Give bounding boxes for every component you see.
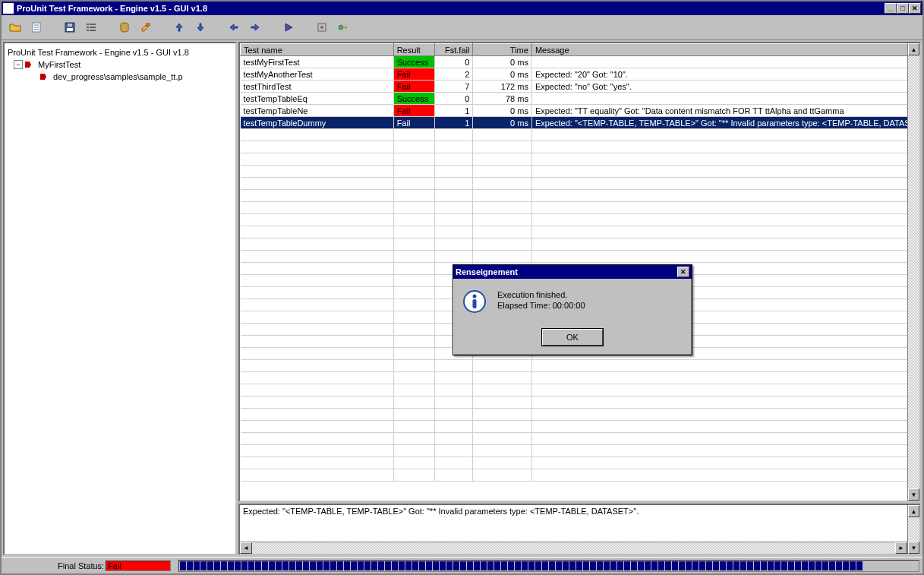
table-row[interactable]: testThirdTestFail7172 msExpected: "no" G… [241,81,919,93]
detail-hscrollbar[interactable]: ◄ ► [240,542,907,554]
minimize-button[interactable]: _ [885,3,897,14]
scroll-down-icon[interactable]: ▼ [908,542,919,554]
table-row[interactable] [241,445,919,457]
window-title: ProUnit Test Framework - Engine v1.5 - G… [17,4,885,13]
svg-rect-9 [90,30,96,31]
export-button[interactable] [334,18,352,36]
table-row[interactable] [241,421,919,433]
table-row[interactable] [241,469,919,482]
dialog-close-button[interactable]: ✕ [677,267,689,277]
scroll-up-icon[interactable]: ▲ [908,43,919,55]
run-button[interactable] [279,18,298,36]
col-testname[interactable]: Test name [241,44,394,56]
dialog-message: Execution finished. Elapsed Time: 00:00:… [497,289,585,311]
table-row[interactable] [241,433,919,445]
scroll-up-icon[interactable]: ▲ [908,505,919,517]
final-status-value: Fail [106,561,171,571]
table-row[interactable]: testTempTableDummyFail10 msExpected: "<T… [241,117,919,129]
detail-text: Expected: "<TEMP-TABLE, TEMP-TABLE>" Got… [243,507,916,516]
scroll-right-icon[interactable]: ► [895,542,907,554]
info-dialog: Renseignement ✕ Execution finished. Elap… [453,264,692,355]
tree-item[interactable]: dev_progress\samples\sample_tt.p [8,71,232,83]
svg-rect-5 [90,24,96,25]
svg-rect-3 [68,24,72,27]
svg-point-14 [339,25,343,30]
table-row[interactable] [241,396,919,409]
edit-button[interactable] [27,18,46,36]
app-icon [3,3,14,14]
svg-rect-17 [473,299,477,308]
tree-item[interactable]: − MyFirstTest [8,58,232,71]
tree-panel[interactable]: ProUnit Test Framework - Engine v1.5 - G… [3,42,237,555]
svg-point-16 [473,295,477,299]
table-row[interactable] [241,202,919,214]
toolbar [2,15,922,40]
table-row[interactable] [241,384,919,396]
ok-button[interactable]: OK [542,329,603,346]
svg-rect-11 [147,24,150,26]
table-row[interactable]: testMyFirstTestSuccess00 ms [241,56,919,68]
table-row[interactable] [241,372,919,384]
table-row[interactable] [241,457,919,469]
detail-vscrollbar[interactable]: ▲ ▼ [907,505,919,554]
back-button[interactable] [225,18,243,36]
table-row[interactable] [241,129,919,141]
detail-panel[interactable]: Expected: "<TEMP-TABLE, TEMP-TABLE>" Got… [238,504,921,555]
col-time[interactable]: Time [473,44,532,56]
open-folder-button[interactable] [6,18,24,36]
table-row[interactable] [241,360,919,372]
forward-button[interactable] [246,18,264,36]
table-row[interactable] [241,239,919,251]
statusbar: Final Status: Fail [2,557,922,573]
svg-rect-2 [67,28,73,31]
test-icon [24,60,35,69]
scroll-left-icon[interactable]: ◄ [240,542,252,554]
titlebar: ProUnit Test Framework - Engine v1.5 - G… [2,2,922,15]
table-row[interactable]: testTempTableNeFail10 msExpected: "TT eq… [241,105,919,117]
svg-rect-4 [87,24,89,25]
file-icon [39,72,50,81]
table-row[interactable] [241,226,919,239]
table-row[interactable] [241,214,919,226]
close-button[interactable]: ✕ [909,3,921,14]
table-row[interactable] [241,178,919,190]
table-row[interactable]: testTempTableEqSuccess078 ms [241,93,919,105]
scroll-down-icon[interactable]: ▼ [908,488,919,501]
dialog-titlebar: Renseignement ✕ [453,265,692,279]
maximize-button[interactable]: □ [897,3,909,14]
collapse-icon[interactable]: − [14,60,23,69]
col-fstfail[interactable]: Fst.fail [434,44,473,56]
table-row[interactable]: testMyAnotherTestFail20 msExpected: "20"… [241,68,919,81]
info-icon [462,289,487,314]
table-row[interactable] [241,153,919,166]
grid-vscrollbar[interactable]: ▲ ▼ [907,43,919,501]
progress-bar [178,560,919,572]
tree-root[interactable]: ProUnit Test Framework - Engine v1.5 - G… [8,46,232,58]
move-down-button[interactable] [191,18,210,36]
svg-rect-7 [90,27,96,28]
dialog-title: Renseignement [456,267,677,276]
clear-button[interactable] [137,18,155,36]
table-row[interactable] [241,141,919,153]
svg-rect-8 [87,30,89,31]
svg-point-13 [320,26,323,29]
final-status-label: Final Status: [58,561,104,570]
move-up-button[interactable] [170,18,188,36]
table-row[interactable] [241,190,919,202]
col-result[interactable]: Result [393,44,434,56]
config-button[interactable] [313,18,331,36]
table-row[interactable] [241,409,919,421]
list-button[interactable] [82,18,100,36]
table-row[interactable] [241,251,919,263]
col-message[interactable]: Message [531,44,919,56]
database-button[interactable] [115,18,134,36]
table-row[interactable] [241,166,919,178]
save-button[interactable] [61,18,79,36]
svg-rect-6 [87,27,89,28]
